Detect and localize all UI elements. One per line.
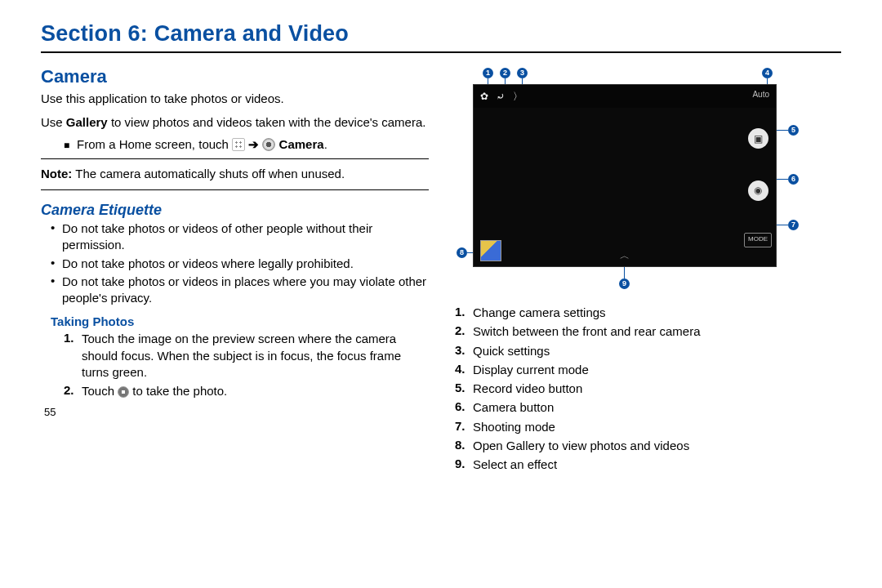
legend-num: 6. bbox=[455, 399, 473, 416]
legend-num: 4. bbox=[455, 362, 473, 378]
callout-5-icon: 5 bbox=[788, 125, 799, 136]
list-item: 6.Camera button bbox=[455, 399, 841, 416]
callout-3-icon: 3 bbox=[517, 68, 528, 78]
etiquette-item: • Do not take photos or videos of other … bbox=[51, 220, 429, 254]
legend-text: Quick settings bbox=[473, 343, 841, 359]
gallery-paragraph: Use Gallery to view photos and videos ta… bbox=[41, 114, 429, 131]
shutter-icon bbox=[118, 386, 129, 398]
list-item: 2.Switch between the front and rear came… bbox=[455, 323, 841, 340]
legend-text: Record video button bbox=[473, 381, 841, 397]
taking-step: 2. Touch to take the photo. bbox=[64, 383, 429, 399]
camera-rightbar: ▣ ◉ MODE bbox=[740, 109, 776, 266]
legend-num: 1. bbox=[455, 305, 473, 321]
legend-num: 7. bbox=[455, 419, 473, 435]
etiquette-text: Do not take photos or videos of other pe… bbox=[62, 220, 429, 254]
list-item: 7.Shooting mode bbox=[455, 419, 841, 435]
legend-num: 9. bbox=[455, 457, 473, 473]
camera-app-icon bbox=[262, 138, 275, 151]
note-body: The camera automatically shuts off when … bbox=[72, 167, 345, 180]
step-number: 1. bbox=[64, 331, 82, 381]
bullet-icon: • bbox=[51, 220, 62, 254]
step-period: . bbox=[324, 137, 327, 151]
record-video-icon: ▣ bbox=[748, 128, 768, 149]
step2-suffix: to take the photo. bbox=[129, 384, 227, 398]
home-step: ■ From a Home screen, touch ➔ Camera. bbox=[64, 137, 429, 152]
note-paragraph: Note: The camera automatically shuts off… bbox=[41, 166, 429, 183]
switch-camera-icon: ⤾ bbox=[497, 91, 505, 102]
step-number: 2. bbox=[64, 383, 82, 399]
section-title: Section 6: Camera and Video bbox=[41, 21, 841, 53]
square-bullet-icon: ■ bbox=[64, 140, 77, 151]
gallery-thumbnail-icon bbox=[480, 240, 501, 261]
callout-7-icon: 7 bbox=[788, 220, 799, 230]
list-item: 4.Display current mode bbox=[455, 362, 841, 378]
right-column: 1 2 3 4 5 6 7 8 9 ✿ ⤾ 〉 bbox=[453, 65, 841, 475]
etiquette-item: • Do not take photos or videos where leg… bbox=[51, 256, 429, 272]
rule bbox=[41, 158, 429, 159]
legend-num: 5. bbox=[455, 381, 473, 397]
callout-9-icon: 9 bbox=[619, 278, 630, 289]
chevron-up-icon: ︿ bbox=[620, 249, 630, 263]
legend-num: 8. bbox=[455, 438, 473, 454]
taking-photos-heading: Taking Photos bbox=[51, 314, 429, 328]
list-item: 8.Open Gallery to view photos and videos bbox=[455, 438, 841, 454]
list-item: 3.Quick settings bbox=[455, 343, 841, 359]
legend-text: Camera button bbox=[473, 399, 841, 416]
settings-gear-icon: ✿ bbox=[480, 91, 488, 102]
step2-prefix: Touch bbox=[82, 384, 118, 398]
callout-1-icon: 1 bbox=[483, 68, 493, 78]
list-item: 9.Select an effect bbox=[455, 457, 841, 473]
apps-grid-icon bbox=[232, 138, 245, 151]
camera-topbar: ✿ ⤾ 〉 bbox=[474, 85, 776, 108]
chevron-right-icon: 〉 bbox=[513, 90, 523, 104]
arrow-icon: ➔ bbox=[248, 137, 259, 151]
callout-6-icon: 6 bbox=[788, 174, 799, 185]
legend-text: Open Gallery to view photos and videos bbox=[473, 438, 841, 454]
legend-text: Switch between the front and rear camera bbox=[473, 323, 841, 340]
etiquette-item: • Do not take photos or videos in places… bbox=[51, 274, 429, 307]
rule bbox=[41, 189, 429, 190]
step-prefix: From a Home screen, touch bbox=[77, 137, 232, 151]
bullet-icon: • bbox=[51, 256, 62, 272]
bullet-icon: • bbox=[51, 274, 62, 307]
columns: Camera Use this application to take phot… bbox=[41, 65, 841, 475]
legend-list: 1.Change camera settings 2.Switch betwee… bbox=[453, 305, 841, 473]
camera-diagram: 1 2 3 4 5 6 7 8 9 ✿ ⤾ 〉 bbox=[453, 65, 808, 293]
legend-text: Display current mode bbox=[473, 362, 841, 378]
gallery-prefix: Use bbox=[41, 115, 66, 129]
taking-step: 1. Touch the image on the preview screen… bbox=[64, 331, 429, 381]
shutter-button-icon: ◉ bbox=[748, 180, 768, 201]
current-mode-label: Auto bbox=[752, 90, 769, 99]
etiquette-text: Do not take photos or videos where legal… bbox=[62, 256, 429, 272]
intro-text: Use this application to take photos or v… bbox=[41, 91, 429, 108]
callout-2-icon: 2 bbox=[500, 68, 510, 78]
callout-4-icon: 4 bbox=[762, 68, 773, 78]
left-column: Camera Use this application to take phot… bbox=[41, 65, 429, 475]
page-number: 55 bbox=[44, 406, 429, 418]
step-body: Touch the image on the preview screen wh… bbox=[82, 331, 429, 381]
note-bold: Note: bbox=[41, 167, 72, 180]
mode-button: MODE bbox=[744, 233, 772, 247]
etiquette-text: Do not take photos or videos in places w… bbox=[62, 274, 429, 307]
camera-heading: Camera bbox=[41, 66, 429, 87]
etiquette-heading: Camera Etiquette bbox=[41, 202, 429, 219]
legend-text: Shooting mode bbox=[473, 419, 841, 435]
list-item: 5.Record video button bbox=[455, 381, 841, 397]
legend-text: Select an effect bbox=[473, 457, 841, 473]
gallery-bold: Gallery bbox=[66, 115, 108, 129]
gallery-suffix: to view photos and videos taken with the… bbox=[108, 115, 426, 129]
callout-8-icon: 8 bbox=[457, 247, 467, 258]
legend-num: 3. bbox=[455, 343, 473, 359]
viewfinder: ✿ ⤾ 〉 Auto ▣ ◉ MODE ︿ bbox=[473, 84, 777, 267]
list-item: 1.Change camera settings bbox=[455, 305, 841, 321]
step-camera-label: Camera bbox=[275, 137, 323, 151]
legend-num: 2. bbox=[455, 323, 473, 340]
legend-text: Change camera settings bbox=[473, 305, 841, 321]
